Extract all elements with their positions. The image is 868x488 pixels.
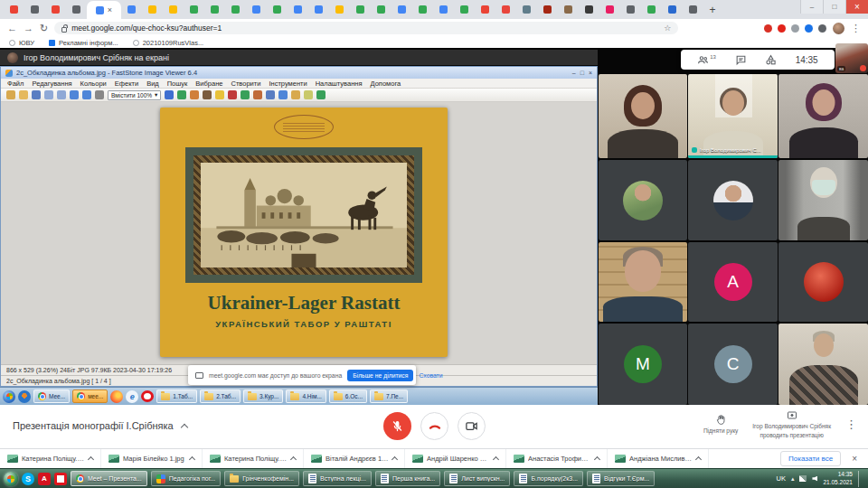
raise-hand-button[interactable]: Підняти руку [703, 414, 738, 435]
download-item[interactable]: Анджіана Мислив...jpg [608, 449, 709, 468]
browser-tab[interactable] [335, 5, 344, 14]
download-item[interactable]: Катерина Поліщу...jpg [203, 449, 304, 468]
forward-icon[interactable]: → [24, 23, 33, 33]
activities-button[interactable] [765, 54, 777, 66]
maximize-button[interactable]: □ [823, 0, 845, 14]
browser-tab[interactable] [127, 5, 136, 14]
browser-tab[interactable] [190, 5, 198, 14]
folder-task-button[interactable]: 2.Таб... [200, 389, 241, 403]
participant-avatar-tile[interactable]: A [688, 242, 778, 322]
participant-video-tile[interactable] [778, 74, 868, 158]
browser-tab[interactable] [294, 5, 302, 14]
network-icon[interactable] [799, 475, 807, 482]
chrome-task-button[interactable]: Мее... [33, 389, 70, 403]
menu-file[interactable]: Файл [7, 80, 24, 88]
viewer-tool-icon[interactable] [57, 90, 66, 99]
extension-icon[interactable] [805, 24, 813, 33]
acrobat-icon[interactable]: A [38, 473, 51, 485]
menu-edit[interactable]: Редагування [32, 80, 71, 88]
download-item[interactable]: Віталій Андрєєв 1.jpg [304, 449, 405, 468]
viewer-close-icon[interactable]: × [589, 70, 592, 76]
url-text[interactable]: meet.google.com/que-choc-ksu?authuser=1 [71, 23, 222, 33]
browser-tab[interactable] [502, 5, 510, 14]
viewer-tool-icon[interactable] [316, 90, 326, 99]
menu-colors[interactable]: Кольори [80, 80, 107, 88]
chevron-up-icon[interactable] [392, 456, 398, 463]
browser-tab[interactable] [252, 5, 260, 14]
bookmark-item[interactable]: ЮВУ [9, 39, 34, 47]
participants-button[interactable]: 13 [697, 54, 716, 66]
menu-create[interactable]: Створити [231, 80, 261, 88]
show-desktop-button[interactable] [858, 471, 863, 487]
browser-tab[interactable] [148, 5, 156, 14]
back-icon[interactable]: ← [7, 23, 17, 33]
browser-tab[interactable] [606, 5, 614, 14]
viewer-tool-icon[interactable] [278, 90, 288, 99]
browser-tab[interactable] [31, 5, 39, 14]
internet-explorer-icon[interactable]: e [126, 390, 138, 403]
start-button[interactable] [4, 472, 18, 486]
task-button[interactable]: Вступна лекці... [303, 471, 372, 486]
browser-tab[interactable] [52, 5, 60, 14]
close-button[interactable]: × [845, 0, 868, 14]
menu-effects[interactable]: Ефекти [115, 80, 138, 88]
new-tab-button[interactable]: + [703, 1, 722, 19]
close-downloads-icon[interactable]: × [852, 454, 857, 464]
folder-task-button[interactable]: 6.Ос... [329, 389, 367, 403]
browser-tab[interactable] [564, 5, 572, 14]
viewer-tool-icon[interactable] [44, 90, 53, 99]
chevron-up-icon[interactable] [493, 456, 499, 463]
viewer-minimize-icon[interactable]: – [572, 70, 576, 76]
folder-task-button[interactable]: 1.Таб... [156, 389, 197, 403]
chevron-up-icon[interactable] [290, 456, 297, 463]
self-view-thumbnail[interactable]: ва [835, 43, 868, 73]
chevron-up-icon[interactable] [88, 456, 94, 463]
viewer-tool-icon[interactable] [6, 90, 15, 99]
extension-icon[interactable] [791, 24, 799, 33]
stop-sharing-button[interactable]: Більше не ділитися [347, 370, 413, 381]
meeting-name[interactable]: Презентація монографії І.Срібняка [13, 420, 187, 431]
viewer-tool-icon[interactable] [215, 90, 224, 99]
task-button[interactable]: Б.порядку(2к3... [514, 471, 583, 486]
participant-avatar-tile[interactable]: M [599, 324, 687, 405]
opera-icon[interactable] [54, 473, 67, 485]
minimize-button[interactable]: – [800, 0, 823, 14]
browser-tab[interactable] [315, 5, 323, 14]
viewer-tool-icon[interactable] [32, 90, 41, 99]
menu-favorites[interactable]: Вибране [195, 80, 222, 88]
participant-avatar-tile[interactable] [688, 160, 778, 240]
firefox-icon[interactable] [110, 390, 123, 403]
browser-tab[interactable] [356, 5, 364, 14]
task-button[interactable]: Перша книга... [375, 471, 440, 486]
more-options-icon[interactable]: ⋮ [845, 418, 857, 431]
viewer-tool-icon[interactable] [253, 90, 262, 99]
browser-tab[interactable] [419, 5, 427, 14]
participant-video-tile-speaking[interactable]: Ігор Володимирович С... [688, 74, 778, 158]
viewer-tool-icon[interactable] [241, 90, 250, 99]
browser-tab[interactable] [231, 5, 240, 14]
browser-tab[interactable] [585, 5, 593, 14]
participant-video-tile[interactable] [778, 160, 868, 240]
browser-menu-icon[interactable]: ⋮ [851, 23, 861, 34]
participant-video-tile[interactable] [599, 242, 687, 322]
media-player-icon[interactable] [18, 390, 31, 403]
browser-tab[interactable] [543, 5, 552, 14]
viewer-tool-icon[interactable] [19, 90, 28, 99]
viewer-tool-icon[interactable] [190, 90, 199, 99]
bookmark-item[interactable]: Рекламні інформ... [49, 39, 118, 47]
chat-button[interactable] [735, 54, 747, 66]
hide-notification-link[interactable]: Сховати [419, 372, 442, 379]
camera-button[interactable] [458, 412, 486, 440]
browser-tab[interactable] [169, 5, 177, 14]
tab-close-icon[interactable]: × [108, 6, 112, 14]
tray-expand-icon[interactable]: ▴ [791, 475, 795, 483]
window-controls[interactable]: – □ × [800, 0, 868, 14]
browser-tab[interactable] [647, 5, 656, 14]
viewer-tool-icon[interactable] [228, 90, 237, 99]
browser-tab[interactable] [377, 5, 385, 14]
task-button-meet[interactable]: Meet – Презента... [71, 471, 147, 486]
folder-task-button[interactable]: 4.Нім... [286, 389, 326, 403]
browser-tab[interactable] [523, 5, 531, 14]
opera-icon[interactable] [141, 390, 154, 402]
extension-icon[interactable] [778, 24, 786, 33]
